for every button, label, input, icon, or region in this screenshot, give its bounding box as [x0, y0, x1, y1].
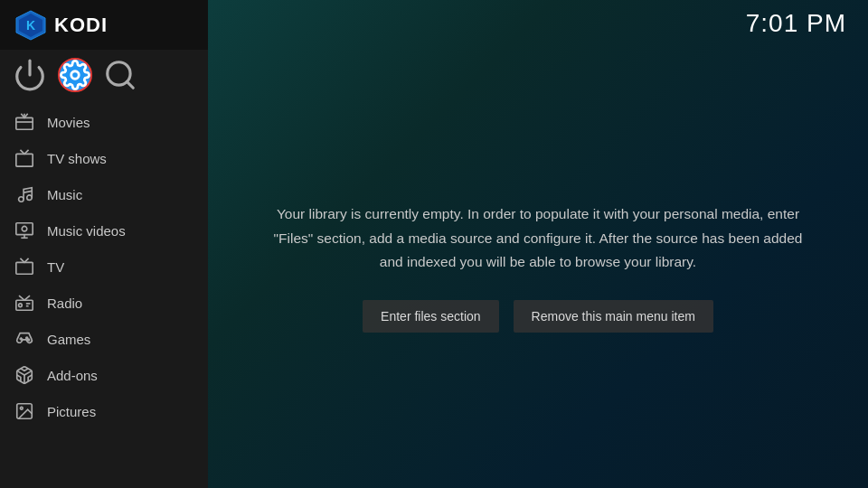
- remove-menu-item-button[interactable]: Remove this main menu item: [514, 300, 713, 333]
- svg-rect-7: [16, 117, 33, 129]
- svg-point-11: [19, 197, 24, 202]
- enter-files-section-button[interactable]: Enter files section: [363, 300, 499, 333]
- svg-rect-18: [16, 262, 33, 274]
- top-bar: 7:01 PM: [208, 0, 868, 47]
- sidebar-item-games-label: Games: [47, 332, 90, 347]
- sidebar-item-pictures[interactable]: Pictures: [0, 393, 208, 429]
- svg-text:K: K: [26, 18, 35, 33]
- app-title: KODI: [54, 14, 108, 37]
- sidebar: K KODI: [0, 0, 208, 488]
- svg-point-20: [19, 304, 23, 307]
- movies-icon: [14, 112, 34, 132]
- games-icon: [14, 329, 34, 349]
- sidebar-item-pictures-label: Pictures: [47, 404, 96, 419]
- tv-icon: [14, 257, 34, 277]
- sidebar-item-tv-shows-label: TV shows: [47, 151, 107, 166]
- svg-rect-14: [16, 223, 33, 235]
- svg-line-13: [24, 191, 32, 192]
- sidebar-header: K KODI: [0, 0, 208, 50]
- svg-rect-10: [16, 154, 33, 166]
- addons-icon: [14, 365, 34, 385]
- svg-point-12: [27, 195, 33, 201]
- sidebar-toolbar: [0, 50, 208, 100]
- svg-point-4: [71, 71, 80, 80]
- music-icon: [14, 184, 34, 204]
- sidebar-item-tv-label: TV: [47, 259, 64, 275]
- sidebar-item-radio-label: Radio: [47, 296, 82, 311]
- musicvideos-icon: [14, 221, 34, 240]
- sidebar-item-add-ons[interactable]: Add-ons: [0, 357, 208, 393]
- sidebar-item-tv-shows[interactable]: TV shows: [0, 140, 208, 176]
- sidebar-item-movies-label: Movies: [47, 115, 90, 130]
- svg-line-6: [127, 81, 133, 88]
- action-buttons: Enter files section Remove this main men…: [363, 300, 713, 333]
- sidebar-item-add-ons-label: Add-ons: [47, 368, 98, 383]
- radio-icon: [14, 293, 34, 313]
- sidebar-item-music-videos-label: Music videos: [47, 223, 126, 239]
- settings-button[interactable]: [58, 58, 92, 92]
- pictures-icon: [14, 401, 34, 421]
- sidebar-item-radio[interactable]: Radio: [0, 285, 208, 321]
- sidebar-item-music-videos[interactable]: Music videos: [0, 212, 208, 249]
- power-button[interactable]: [13, 58, 47, 92]
- sidebar-item-games[interactable]: Games: [0, 321, 208, 357]
- main-content: 7:01 PM Your library is currently empty.…: [208, 0, 868, 488]
- sidebar-nav: Movies TV shows Music: [0, 100, 208, 488]
- kodi-logo-icon: K: [14, 9, 47, 42]
- library-empty-message: Your library is currently empty. In orde…: [262, 202, 814, 274]
- svg-point-29: [20, 407, 23, 409]
- svg-point-26: [28, 339, 30, 341]
- search-button[interactable]: [103, 58, 137, 92]
- svg-point-15: [22, 226, 27, 231]
- clock-display: 7:01 PM: [746, 9, 846, 38]
- sidebar-item-tv[interactable]: TV: [0, 249, 208, 285]
- content-area: Your library is currently empty. In orde…: [208, 47, 868, 488]
- sidebar-item-music-label: Music: [47, 187, 82, 202]
- tvshows-icon: [14, 148, 34, 168]
- sidebar-item-music[interactable]: Music: [0, 176, 208, 212]
- sidebar-item-movies[interactable]: Movies: [0, 104, 208, 140]
